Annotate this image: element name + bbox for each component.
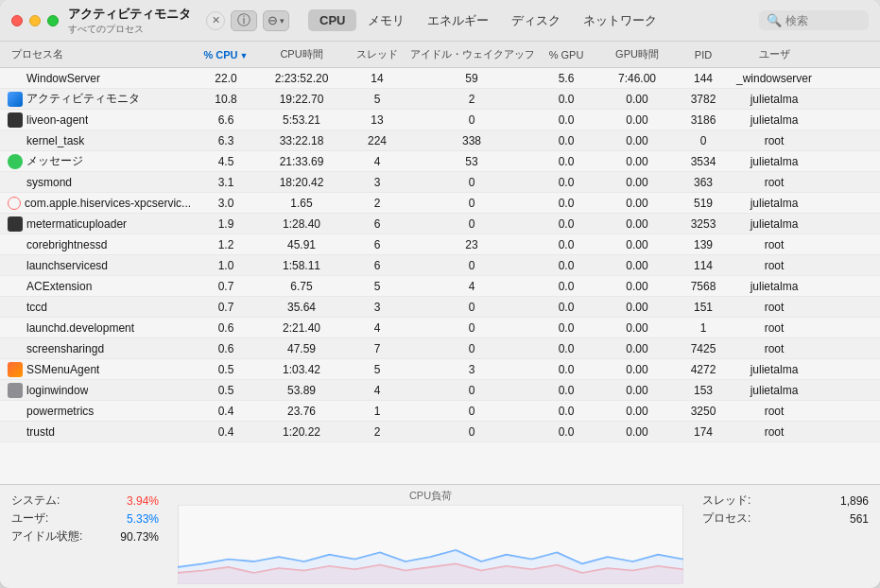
pid-value: 7568 <box>675 280 732 293</box>
user-value: root <box>732 405 817 418</box>
process-name-text: loginwindow <box>26 384 88 397</box>
gpu-value: 0.0 <box>533 425 599 439</box>
user-value: julietalma <box>732 93 817 106</box>
gpu-time-value: 0.00 <box>599 321 675 335</box>
stat-idle-label: アイドル状態: <box>11 528 82 545</box>
minimize-button[interactable] <box>29 15 41 26</box>
col-header-user[interactable]: ユーザ <box>732 47 817 61</box>
gpu-time-value: 0.00 <box>599 259 675 272</box>
gpu-time-value: 0.00 <box>599 342 675 355</box>
gpu-value: 0.0 <box>533 321 599 335</box>
tab-network[interactable]: ネットワーク <box>572 9 668 33</box>
user-value: julietalma <box>732 384 817 397</box>
table-row[interactable]: liveon-agent 6.6 5:53.21 13 0 0.0 0.00 3… <box>0 110 880 130</box>
table-row[interactable]: sysmond 3.1 18:20.42 3 0 0.0 0.00 363 ro… <box>0 172 880 193</box>
idle-wakeup-value: 338 <box>410 134 533 147</box>
col-header-cpu[interactable]: % CPU▼ <box>193 49 259 61</box>
idle-wakeup-value: 59 <box>410 72 533 85</box>
process-name: SSMenuAgent <box>4 362 193 377</box>
gpu-value: 0.0 <box>533 93 599 106</box>
process-icon <box>8 197 21 210</box>
info-button[interactable]: ⓘ <box>231 10 257 31</box>
cpu-time-value: 18:20.42 <box>259 176 344 189</box>
table-row[interactable]: metermaticuploader 1.9 1:28.40 6 0 0.0 0… <box>0 214 880 234</box>
table-row[interactable]: ACExtension 0.7 6.75 5 4 0.0 0.00 7568 j… <box>0 276 880 297</box>
pid-value: 3253 <box>675 217 732 231</box>
process-name: launchd.development <box>4 321 193 335</box>
table-row[interactable]: corebrightnessd 1.2 45.91 6 23 0.0 0.00 … <box>0 234 880 255</box>
process-name-text: メッセージ <box>26 153 83 169</box>
table-row[interactable]: WindowServer 22.0 2:23:52.20 14 59 5.6 7… <box>0 68 880 89</box>
cpu-time-value: 35.64 <box>259 301 344 314</box>
col-header-threads[interactable]: スレッド <box>344 47 410 61</box>
cpu-time-value: 47.59 <box>259 342 344 355</box>
table-row[interactable]: アクティビティモニタ 10.8 19:22.70 5 2 0.0 0.00 37… <box>0 89 880 110</box>
search-icon: 🔍 <box>767 13 782 27</box>
pid-value: 7425 <box>675 342 732 355</box>
col-header-gpu[interactable]: % GPU <box>533 49 599 61</box>
table-row[interactable]: trustd 0.4 1:20.22 2 0 0.0 0.00 174 root <box>0 422 880 442</box>
process-name-text: WindowServer <box>26 72 100 85</box>
gpu-value: 0.0 <box>533 238 599 251</box>
threads-value: 6 <box>344 259 410 272</box>
process-name: com.apple.hiservices-xpcservic... <box>4 197 193 210</box>
table-row[interactable]: launchservicesd 1.0 1:58.11 6 0 0.0 0.00… <box>0 255 880 276</box>
user-value: root <box>732 301 817 314</box>
threads-value: 3 <box>344 176 410 189</box>
search-area[interactable]: 🔍 <box>759 10 869 30</box>
cpu-value: 0.7 <box>193 301 259 314</box>
threads-value: 6 <box>344 217 410 231</box>
col-header-idle-wakeup[interactable]: アイドル・ウェイクアップ <box>410 47 533 61</box>
user-value: root <box>732 342 817 355</box>
pid-value: 139 <box>675 238 732 251</box>
cpu-time-value: 1:28.40 <box>259 217 344 231</box>
close-button[interactable] <box>11 15 23 26</box>
chart-title: CPU負荷 <box>409 489 452 503</box>
table-row[interactable]: powermetrics 0.4 23.76 1 0 0.0 0.00 3250… <box>0 401 880 422</box>
table-row[interactable]: メッセージ 4.5 21:33.69 4 53 0.0 0.00 3534 ju… <box>0 151 880 172</box>
col-header-gpu-time[interactable]: GPU時間 <box>599 47 675 61</box>
cpu-value: 6.6 <box>193 113 259 127</box>
tab-cpu[interactable]: CPU <box>308 9 356 31</box>
table-row[interactable]: kernel_task 6.3 33:22.18 224 338 0.0 0.0… <box>0 130 880 151</box>
table-row[interactable]: com.apple.hiservices-xpcservic... 3.0 1.… <box>0 193 880 214</box>
table-row[interactable]: loginwindow 0.5 53.89 4 0 0.0 0.00 153 j… <box>0 380 880 401</box>
process-name: tccd <box>4 301 193 314</box>
process-name: WindowServer <box>4 72 193 85</box>
gpu-time-value: 0.00 <box>599 197 675 210</box>
table-row[interactable]: tccd 0.7 35.64 3 0 0.0 0.00 151 root <box>0 297 880 318</box>
gpu-time-value: 0.00 <box>599 113 675 127</box>
bottom-panel: システム: 3.94% ユーザ: 5.33% アイドル状態: 90.73% CP… <box>0 484 880 588</box>
cpu-value: 0.7 <box>193 280 259 293</box>
gpu-value: 0.0 <box>533 384 599 397</box>
cpu-value: 0.5 <box>193 363 259 376</box>
stats-left: システム: 3.94% ユーザ: 5.33% アイドル状態: 90.73% <box>0 485 170 588</box>
user-value: julietalma <box>732 217 817 231</box>
process-name: アクティビティモニタ <box>4 91 193 107</box>
tab-memory[interactable]: メモリ <box>356 9 416 33</box>
gpu-time-value: 0.00 <box>599 134 675 147</box>
inspect-button[interactable]: ⊖ ▾ <box>263 10 289 31</box>
maximize-button[interactable] <box>47 15 59 26</box>
table-row[interactable]: launchd.development 0.6 2:21.40 4 0 0.0 … <box>0 318 880 338</box>
col-header-process[interactable]: プロセス名 <box>4 47 193 61</box>
stop-button[interactable]: ✕ <box>206 11 225 30</box>
user-value: julietalma <box>732 197 817 210</box>
process-name: メッセージ <box>4 153 193 169</box>
col-header-cpu-time[interactable]: CPU時間 <box>259 47 344 61</box>
process-name-text: kernel_task <box>26 134 84 147</box>
table-body: WindowServer 22.0 2:23:52.20 14 59 5.6 7… <box>0 68 880 484</box>
table-container: プロセス名 % CPU▼ CPU時間 スレッド アイドル・ウェイクアップ % G… <box>0 42 880 484</box>
process-name-text: SSMenuAgent <box>26 363 99 376</box>
table-row[interactable]: screensharingd 0.6 47.59 7 0 0.0 0.00 74… <box>0 338 880 359</box>
cpu-time-value: 2:21.40 <box>259 321 344 335</box>
process-icon <box>8 112 23 128</box>
col-header-pid[interactable]: PID <box>675 49 732 61</box>
tab-energy[interactable]: エネルギー <box>416 9 500 33</box>
search-input[interactable] <box>785 14 861 27</box>
gpu-time-value: 0.00 <box>599 93 675 106</box>
tab-disk[interactable]: ディスク <box>500 9 572 33</box>
cpu-time-value: 1:20.22 <box>259 425 344 439</box>
cpu-time-value: 6.75 <box>259 280 344 293</box>
table-row[interactable]: SSMenuAgent 0.5 1:03.42 5 3 0.0 0.00 427… <box>0 359 880 380</box>
